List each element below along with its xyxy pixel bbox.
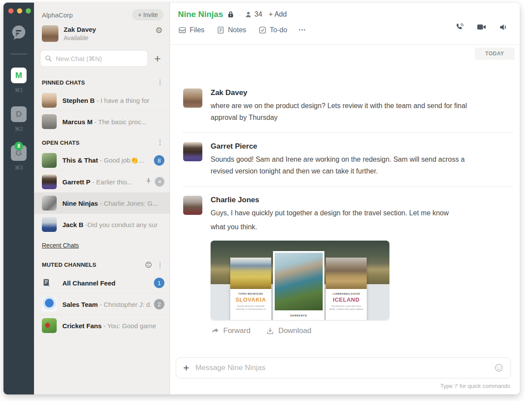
chat-row-sales-team[interactable]: Sales Team - Christopher J: d. 2: [34, 294, 170, 315]
section-menu-icon[interactable]: ⋮: [157, 262, 164, 268]
team-shortcut-label: ⌘3: [3, 165, 34, 171]
add-member-button[interactable]: + Add: [269, 10, 286, 18]
avatar: [183, 196, 202, 215]
pin-chat-icon[interactable]: [145, 177, 152, 187]
unread-badge: 8: [14, 142, 23, 150]
team-tile-m[interactable]: M: [11, 68, 27, 83]
dot-separator: ·: [239, 11, 241, 18]
travel-card-slovakia: TATRA MOUNTAINS SLOVAKIA Aenean elementu…: [230, 258, 271, 320]
member-count[interactable]: 34: [245, 10, 262, 18]
forward-icon: [211, 326, 219, 335]
close-window-button[interactable]: [8, 8, 14, 14]
muted-badge: 2: [154, 299, 164, 309]
message-divider: [183, 186, 513, 187]
org-name: AlphaCorp: [42, 11, 73, 19]
more-tabs-icon[interactable]: •••: [299, 27, 307, 33]
team-shortcut-label: ⌘2: [3, 126, 34, 132]
chat-row-cricket-fans[interactable]: Cricket Fans - You: Good game: [34, 315, 170, 336]
tab-files[interactable]: Files: [178, 26, 205, 34]
message-charlie-jones: Charlie Jones Guys, I have quickly put t…: [183, 196, 513, 335]
settings-gear-icon[interactable]: ⚙: [155, 25, 163, 34]
team-tile-d[interactable]: D: [11, 106, 27, 122]
chat-row-all-channel-feed[interactable]: All Channel Feed 1: [34, 272, 170, 294]
message-composer[interactable]: +: [176, 357, 511, 378]
avatar: [42, 217, 57, 232]
date-divider: TODAY: [475, 48, 515, 60]
team-tile-g[interactable]: G 8: [11, 145, 27, 161]
open-chats-header: OPEN CHATS ⋮: [34, 133, 170, 150]
channel-title[interactable]: Nine Ninjas: [178, 10, 223, 19]
message-author: Garret Pierce: [211, 142, 465, 151]
window-controls: [3, 3, 34, 14]
download-icon: [266, 327, 274, 335]
avatar: [42, 318, 57, 333]
team-rail: M ⌘1 D ⌘2 G 8 ⌘3: [3, 3, 34, 394]
chat-row-this-and-that[interactable]: This & That - Good job👏... 8: [34, 150, 170, 171]
tab-notes[interactable]: Notes: [216, 26, 246, 34]
message-list[interactable]: TODAY Zak Davey where are we on the prod…: [170, 45, 520, 357]
attach-plus-button[interactable]: +: [183, 363, 189, 373]
travel-card-sorrento: SORRENTO: [273, 251, 324, 320]
invite-button[interactable]: + Invite: [132, 9, 164, 20]
chat-row-jack-b[interactable]: Jack B -Did you conduct any sur: [34, 214, 170, 235]
search-input[interactable]: [56, 55, 143, 62]
pinned-chats-header: PINNED CHATS ⋮: [34, 72, 170, 90]
emoji-picker-icon[interactable]: [494, 363, 504, 373]
avatar: [42, 153, 57, 168]
zoom-window-button[interactable]: [26, 8, 31, 14]
current-user-name: Zak Davey: [64, 25, 96, 33]
speaker-icon[interactable]: [498, 22, 508, 32]
chat-row-stephen-b[interactable]: Stephen B - I have a thing for: [34, 90, 170, 111]
team-switcher-m[interactable]: M ⌘1: [3, 68, 34, 93]
unread-badge: 8: [154, 155, 164, 166]
travel-card-iceland: LANDMANNALAUGAR ICELAND Cras bibendum cu…: [326, 258, 367, 320]
tab-todo[interactable]: To-do: [258, 26, 287, 34]
message-divider: [183, 133, 513, 133]
avatar: [42, 93, 57, 108]
current-user-status: Available: [64, 34, 96, 41]
minimize-window-button[interactable]: [17, 8, 22, 14]
download-button[interactable]: Download: [266, 326, 311, 335]
team-switcher-g[interactable]: G 8 ⌘3: [3, 145, 34, 171]
chat-row-nine-ninjas[interactable]: Nine Ninjas - Charlie Jones: G...: [34, 193, 170, 214]
section-menu-icon[interactable]: ⋮: [157, 79, 164, 86]
member-icon: [245, 11, 252, 18]
avatar: [42, 114, 57, 129]
app-logo-icon: [9, 23, 28, 42]
private-lock-icon: [227, 10, 235, 18]
files-icon: [178, 26, 187, 34]
avatar: [183, 142, 202, 161]
quick-commands-hint: Type '/' for quick commands: [177, 383, 510, 389]
video-call-icon[interactable]: [476, 22, 487, 32]
avatar: [42, 25, 58, 42]
section-menu-icon[interactable]: ⋮: [157, 139, 164, 146]
notes-icon: [216, 26, 225, 34]
app-window: M ⌘1 D ⌘2 G 8 ⌘3 AlphaCorp + Invite Zak …: [3, 3, 520, 394]
new-chat-plus-button[interactable]: +: [148, 52, 167, 65]
avatar: [42, 297, 57, 312]
team-shortcut-label: ⌘1: [3, 87, 34, 93]
channel-feed-icon: [42, 278, 57, 288]
composer-area: + Type '/' for quick commands: [170, 357, 520, 394]
voice-call-icon[interactable]: [454, 22, 464, 32]
chat-row-marcus-m[interactable]: Marcus M - The basic proc...: [34, 111, 170, 133]
recent-chats-link[interactable]: Recent Chats: [34, 235, 87, 255]
new-chat-search[interactable]: [40, 50, 148, 67]
chat-row-garrett-p[interactable]: Garrett P - Earlier this... ✕: [34, 171, 170, 193]
image-attachment-travel-design[interactable]: TATRA MOUNTAINS SLOVAKIA Aenean elementu…: [211, 241, 389, 320]
message-author: Charlie Jones: [211, 196, 449, 204]
message-zak-davey: Zak Davey where are we on the product de…: [183, 88, 513, 123]
message-garret-pierce: Garret Pierce Sounds good! Sam and Irene…: [183, 142, 513, 177]
conversation-panel: Nine Ninjas · 34 + Add: [170, 3, 520, 394]
forward-button[interactable]: Forward: [211, 326, 250, 335]
avatar: [183, 88, 202, 108]
avatar: [42, 174, 57, 189]
team-switcher-d[interactable]: D ⌘2: [3, 106, 34, 132]
rail-divider: [10, 54, 27, 54]
message-input[interactable]: [195, 364, 489, 372]
chat-sidebar: AlphaCorp + Invite Zak Davey Available ⚙…: [34, 3, 170, 394]
discover-channels-globe-icon[interactable]: [145, 261, 152, 268]
close-chat-icon[interactable]: ✕: [155, 177, 164, 187]
todo-icon: [258, 26, 267, 34]
muted-channels-header: MUTED CHANNELS ⋮: [34, 255, 170, 272]
